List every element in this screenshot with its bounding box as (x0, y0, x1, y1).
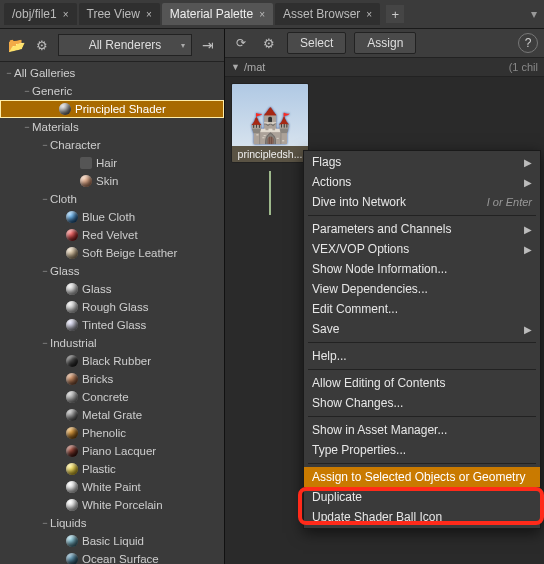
ctx-allow-editing[interactable]: Allow Editing of Contents (304, 373, 540, 393)
tree-item-metal-grate[interactable]: Metal Grate (0, 406, 224, 424)
collapse-icon[interactable] (40, 140, 50, 150)
move-right-icon[interactable]: ⇥ (198, 35, 218, 55)
tree-label: Skin (96, 175, 118, 187)
tree-item-plastic[interactable]: Plastic (0, 460, 224, 478)
tree-item-concrete[interactable]: Concrete (0, 388, 224, 406)
path-text: /mat (244, 61, 265, 73)
material-preview-icon (66, 319, 78, 331)
tree-label: Blue Cloth (82, 211, 135, 223)
submenu-arrow-icon: ▶ (524, 224, 532, 235)
chevron-down-icon[interactable]: ▼ (231, 62, 240, 72)
close-icon[interactable]: × (259, 9, 265, 20)
close-icon[interactable]: × (146, 9, 152, 20)
collapse-icon[interactable] (22, 86, 32, 96)
tree-item-bricks[interactable]: Bricks (0, 370, 224, 388)
tree-item-blue-cloth[interactable]: Blue Cloth (0, 208, 224, 226)
help-icon[interactable]: ? (518, 33, 538, 53)
path-strip[interactable]: ▼ /mat (1 chil (225, 58, 544, 77)
material-preview-icon (66, 373, 78, 385)
tab-material-palette[interactable]: Material Palette × (162, 3, 273, 25)
tree-item-piano-lacquer[interactable]: Piano Lacquer (0, 442, 224, 460)
tree-label: Red Velvet (82, 229, 138, 241)
node-principledshader[interactable]: 🏰 principledsh... (231, 83, 309, 163)
collapse-icon[interactable] (40, 518, 50, 528)
refresh-icon[interactable]: ⟳ (231, 33, 251, 53)
tree-label: Metal Grate (82, 409, 142, 421)
collapse-icon[interactable] (22, 122, 32, 132)
dock-menu-icon[interactable]: ▾ (528, 3, 540, 25)
add-tab-button[interactable]: + (386, 5, 404, 23)
tree-label: Glass (82, 283, 111, 295)
collapse-icon[interactable] (40, 338, 50, 348)
tab-label: /obj/file1 (12, 7, 57, 21)
ctx-vex-vop-options[interactable]: VEX/VOP Options▶ (304, 239, 540, 259)
tree-item-principled-shader[interactable]: Principled Shader (0, 100, 224, 118)
gallery-tree[interactable]: All Galleries Generic Principled Shader … (0, 62, 224, 564)
tree-label: White Porcelain (82, 499, 163, 511)
material-preview-icon (66, 445, 78, 457)
tree-item-ocean-surface[interactable]: Ocean Surface (0, 550, 224, 564)
tree-item-rough-glass[interactable]: Rough Glass (0, 298, 224, 316)
gear-icon[interactable]: ⚙ (259, 33, 279, 53)
material-preview-icon (66, 247, 78, 259)
ctx-help[interactable]: Help... (304, 346, 540, 366)
collapse-icon[interactable] (40, 266, 50, 276)
select-button[interactable]: Select (287, 32, 346, 54)
ctx-dive-into-network[interactable]: Dive into NetworkI or Enter (304, 192, 540, 212)
ctx-flags[interactable]: Flags▶ (304, 152, 540, 172)
ctx-save[interactable]: Save▶ (304, 319, 540, 339)
ctx-show-node-information[interactable]: Show Node Information... (304, 259, 540, 279)
tree-group-industrial[interactable]: Industrial (0, 334, 224, 352)
ctx-edit-comment[interactable]: Edit Comment... (304, 299, 540, 319)
tab-obj-file1[interactable]: /obj/file1 × (4, 3, 77, 25)
assign-button[interactable]: Assign (354, 32, 416, 54)
ctx-duplicate[interactable]: Duplicate (304, 487, 540, 507)
collapse-icon[interactable] (40, 194, 50, 204)
material-preview-icon (66, 463, 78, 475)
ctx-show-in-asset-manager[interactable]: Show in Asset Manager... (304, 420, 540, 440)
tree-item-tinted-glass[interactable]: Tinted Glass (0, 316, 224, 334)
ctx-assign-to-selected[interactable]: Assign to Selected Objects or Geometry (304, 467, 540, 487)
ctx-show-changes[interactable]: Show Changes... (304, 393, 540, 413)
tree-group-glass[interactable]: Glass (0, 262, 224, 280)
tree-label: Rough Glass (82, 301, 148, 313)
tree-item-white-porcelain[interactable]: White Porcelain (0, 496, 224, 514)
tree-item-white-paint[interactable]: White Paint (0, 478, 224, 496)
submenu-arrow-icon: ▶ (524, 157, 532, 168)
tree-group-cloth[interactable]: Cloth (0, 190, 224, 208)
ctx-update-shader-ball[interactable]: Update Shader Ball Icon (304, 507, 540, 527)
tree-label: Liquids (50, 517, 86, 529)
tree-item-phenolic[interactable]: Phenolic (0, 424, 224, 442)
tree-item-skin[interactable]: Skin (0, 172, 224, 190)
tab-asset-browser[interactable]: Asset Browser × (275, 3, 380, 25)
tree-group-generic[interactable]: Generic (0, 82, 224, 100)
renderer-dropdown[interactable]: All Renderers ▾ (58, 34, 192, 56)
tree-label: Materials (32, 121, 79, 133)
tree-item-soft-beige-leather[interactable]: Soft Beige Leather (0, 244, 224, 262)
collapse-icon[interactable] (4, 68, 14, 78)
submenu-arrow-icon: ▶ (524, 177, 532, 188)
close-icon[interactable]: × (63, 9, 69, 20)
ctx-parameters-channels[interactable]: Parameters and Channels▶ (304, 219, 540, 239)
node-wire (269, 171, 271, 215)
ctx-type-properties[interactable]: Type Properties... (304, 440, 540, 460)
ctx-view-dependencies[interactable]: View Dependencies... (304, 279, 540, 299)
tree-group-liquids[interactable]: Liquids (0, 514, 224, 532)
tree-item-glass[interactable]: Glass (0, 280, 224, 298)
tree-group-character[interactable]: Character (0, 136, 224, 154)
tree-item-hair[interactable]: Hair (0, 154, 224, 172)
tree-item-black-rubber[interactable]: Black Rubber (0, 352, 224, 370)
tab-tree-view[interactable]: Tree View × (79, 3, 160, 25)
material-preview-icon (66, 355, 78, 367)
tree-root[interactable]: All Galleries (0, 64, 224, 82)
tree-item-basic-liquid[interactable]: Basic Liquid (0, 532, 224, 550)
chevron-down-icon: ▾ (181, 41, 185, 50)
ctx-actions[interactable]: Actions▶ (304, 172, 540, 192)
tree-group-materials[interactable]: Materials (0, 118, 224, 136)
gear-icon[interactable]: ⚙ (32, 35, 52, 55)
close-icon[interactable]: × (366, 9, 372, 20)
folder-icon[interactable]: 📂 (6, 35, 26, 55)
child-count: (1 chil (509, 61, 538, 73)
tree-item-red-velvet[interactable]: Red Velvet (0, 226, 224, 244)
tree-label: Phenolic (82, 427, 126, 439)
